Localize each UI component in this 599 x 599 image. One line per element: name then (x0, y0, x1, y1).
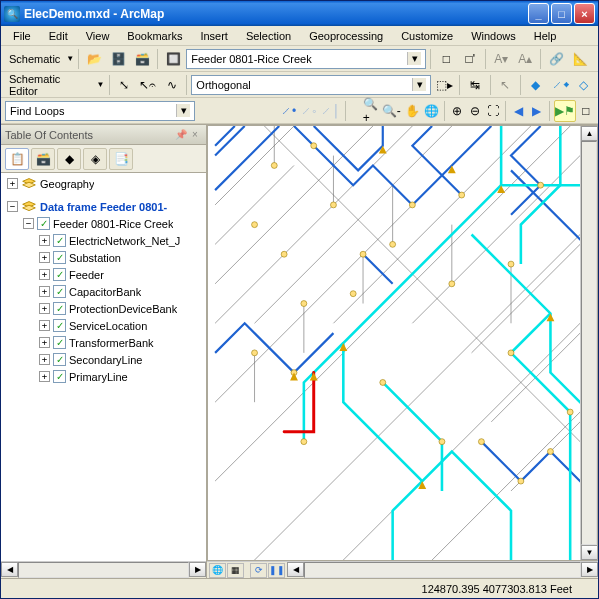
fixed-zoom-in-icon[interactable]: ⊕ (448, 100, 464, 122)
select-icon[interactable]: ↖𝄐 (137, 74, 159, 96)
chevron-down-icon[interactable]: ▾ (176, 104, 190, 117)
generate-diagram-icon[interactable]: 🗄️ (107, 48, 129, 70)
propagate2-icon[interactable]: □' (459, 48, 481, 70)
tree-node-layer[interactable]: + ✓ SecondaryLine (1, 351, 206, 368)
expand-icon[interactable]: + (39, 252, 50, 263)
expand-icon[interactable]: + (39, 320, 50, 331)
diagram-combobox[interactable]: Feeder 0801-Rice Creek ▾ (186, 49, 426, 69)
menu-bookmarks[interactable]: Bookmarks (119, 28, 190, 44)
layout-icon[interactable]: 📐 (569, 48, 591, 70)
schematic-label[interactable]: Schematic (5, 53, 64, 65)
map-canvas[interactable]: ▲ ▼ (207, 125, 598, 561)
toc-hscroll[interactable]: ◀ ▶ (1, 561, 206, 578)
editor-label[interactable]: Schematic Editor (5, 73, 95, 97)
layer-checkbox[interactable]: ✓ (53, 285, 66, 298)
apply-layout-icon[interactable]: ⬚▸ (433, 74, 455, 96)
expand-icon[interactable]: + (39, 337, 50, 348)
chevron-down-icon[interactable]: ▾ (412, 78, 426, 91)
close-icon[interactable]: × (188, 128, 202, 142)
options-tab[interactable]: 📑 (109, 148, 133, 170)
list-by-visibility-tab[interactable]: ◆ (57, 148, 81, 170)
expand-icon[interactable]: + (39, 269, 50, 280)
data-view-button[interactable]: 🌐 (209, 563, 226, 578)
tree-node-layer[interactable]: + ✓ TransformerBank (1, 334, 206, 351)
layer-checkbox[interactable]: ✓ (53, 370, 66, 383)
expand-icon[interactable]: + (39, 303, 50, 314)
tree-node-layer[interactable]: + ✓ CapacitorBank (1, 283, 206, 300)
globe-icon[interactable]: 🌐 (423, 100, 440, 122)
next-extent-icon[interactable]: ▶ (529, 100, 545, 122)
find-combobox[interactable]: Find Loops ▾ (5, 101, 195, 121)
layer-checkbox[interactable]: ✓ (53, 234, 66, 247)
pan-icon[interactable]: ✋ (404, 100, 421, 122)
restore-icon[interactable]: 🔗 (545, 48, 567, 70)
menu-selection[interactable]: Selection (238, 28, 299, 44)
link-icon[interactable]: ∿ (161, 74, 183, 96)
scroll-track[interactable] (581, 141, 597, 545)
layer-checkbox[interactable]: ✓ (53, 319, 66, 332)
tree-node-layer[interactable]: + ✓ PrimaryLine (1, 368, 206, 385)
pause-button[interactable]: ❚❚ (268, 563, 285, 578)
clear-selection-icon[interactable]: □ (578, 100, 594, 122)
list-by-selection-tab[interactable]: ◈ (83, 148, 107, 170)
pointer-icon[interactable]: ↖ (495, 74, 517, 96)
tree-node-layer[interactable]: + ✓ Substation (1, 249, 206, 266)
minimize-button[interactable]: _ (528, 3, 549, 24)
scroll-right-icon[interactable]: ▶ (581, 562, 598, 577)
scroll-left-icon[interactable]: ◀ (1, 562, 18, 577)
layer-checkbox[interactable]: ✓ (53, 251, 66, 264)
select-features-icon[interactable]: ▶⚑ (554, 100, 576, 122)
menu-geoprocessing[interactable]: Geoprocessing (301, 28, 391, 44)
layer-checkbox[interactable]: ✓ (53, 268, 66, 281)
tree-node-layer[interactable]: + ✓ ElectricNetwork_Net_J (1, 232, 206, 249)
menu-file[interactable]: File (5, 28, 39, 44)
tree-node-layer[interactable]: + ✓ ServiceLocation (1, 317, 206, 334)
pin-icon[interactable]: 📌 (174, 128, 188, 142)
maximize-button[interactable]: □ (551, 3, 572, 24)
menu-customize[interactable]: Customize (393, 28, 461, 44)
menu-insert[interactable]: Insert (192, 28, 236, 44)
layout-combobox[interactable]: Orthogonal ▾ (191, 75, 431, 95)
tree-node-layer[interactable]: + ✓ ProtectionDeviceBank (1, 300, 206, 317)
menu-windows[interactable]: Windows (463, 28, 524, 44)
layout-view-button[interactable]: ▦ (227, 563, 244, 578)
propagate-icon[interactable]: □ (435, 48, 457, 70)
toc-tree[interactable]: + Geography − Data frame Feeder 0801- (1, 173, 206, 561)
update-diagram-icon[interactable]: 🗃️ (131, 48, 153, 70)
scroll-right-icon[interactable]: ▶ (189, 562, 206, 577)
add-node-icon[interactable]: ◆ (525, 74, 547, 96)
canvas-vscroll[interactable]: ▲ ▼ (580, 126, 597, 560)
expand-icon[interactable]: + (39, 371, 50, 382)
prev-extent-icon[interactable]: ◀ (510, 100, 526, 122)
tree-node-dataframe[interactable]: − Data frame Feeder 0801- (1, 198, 206, 215)
trace-icon[interactable]: ⟋• (279, 100, 297, 122)
layer-checkbox[interactable]: ✓ (53, 302, 66, 315)
save-diagram-icon[interactable]: 🔲 (162, 48, 184, 70)
expand-icon[interactable]: + (39, 286, 50, 297)
zoom-in-icon[interactable]: 🔍+ (362, 100, 379, 122)
refresh-button[interactable]: ⟳ (250, 563, 267, 578)
connect-icon[interactable]: ⟋◆ (549, 74, 571, 96)
collapse-icon[interactable]: − (7, 201, 18, 212)
tree-node-geography[interactable]: + Geography (1, 175, 206, 192)
list-by-source-tab[interactable]: 🗃️ (31, 148, 55, 170)
expand-icon[interactable]: + (39, 354, 50, 365)
tree-node-layer[interactable]: + ✓ Feeder (1, 266, 206, 283)
scroll-track[interactable] (304, 562, 581, 578)
menu-view[interactable]: View (78, 28, 118, 44)
expand-icon[interactable]: + (39, 235, 50, 246)
vertex-icon[interactable]: ◇ (572, 74, 594, 96)
chevron-down-icon[interactable]: ▾ (407, 52, 421, 65)
expand-icon[interactable]: + (7, 178, 18, 189)
full-extent-icon[interactable]: ⛶ (485, 100, 501, 122)
align-icon[interactable]: ↹ (464, 74, 486, 96)
menu-help[interactable]: Help (526, 28, 565, 44)
edit-move-icon[interactable]: ⤡ (113, 74, 135, 96)
layer-checkbox[interactable]: ✓ (37, 217, 50, 230)
scroll-up-icon[interactable]: ▲ (581, 126, 598, 141)
fixed-zoom-out-icon[interactable]: ⊖ (467, 100, 483, 122)
close-button[interactable]: × (574, 3, 595, 24)
scroll-down-icon[interactable]: ▼ (581, 545, 598, 560)
layer-checkbox[interactable]: ✓ (53, 336, 66, 349)
tree-node-feeder-root[interactable]: − ✓ Feeder 0801-Rice Creek (1, 215, 206, 232)
